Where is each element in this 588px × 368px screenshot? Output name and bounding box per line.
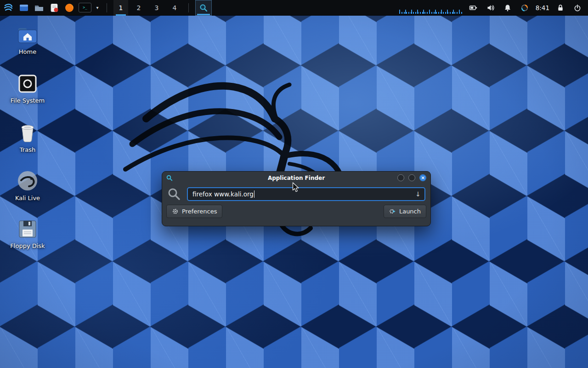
desktop-icon-home[interactable]: Home xyxy=(6,26,49,55)
text-editor-icon xyxy=(49,3,59,13)
preferences-button[interactable]: Preferences xyxy=(166,205,222,218)
desktop-icon-file-system[interactable]: File System xyxy=(6,74,49,104)
desktop-icon-floppy-disk[interactable]: Floppy Disk xyxy=(6,219,49,249)
minimize-button[interactable] xyxy=(397,174,404,181)
cpu-graph[interactable] xyxy=(399,8,463,14)
clock[interactable]: 8:41 xyxy=(536,1,549,14)
desktop-icon-label: Kali Live xyxy=(15,195,40,201)
text-editor-launcher[interactable] xyxy=(48,1,60,14)
trash-icon xyxy=(18,121,37,143)
desktop-icon-label: Trash xyxy=(20,146,35,153)
terminal-icon: >_ xyxy=(79,3,91,12)
workspace-button-4[interactable]: 4 xyxy=(167,0,182,16)
kali-live-icon xyxy=(17,170,38,191)
file-manager-launcher[interactable] xyxy=(18,1,30,14)
top-panel: >_ ▾ 1 2 3 4 xyxy=(0,0,588,16)
file-manager-icon xyxy=(19,3,29,13)
update-icon xyxy=(520,4,529,12)
home-icon xyxy=(17,26,38,45)
application-finder-window: Application Finder × firefox www.kali.or… xyxy=(162,171,431,226)
desktop-icon-label: Floppy Disk xyxy=(10,242,45,249)
workspace-label: 2 xyxy=(137,4,141,12)
close-icon: × xyxy=(421,175,425,180)
search-icon xyxy=(167,187,181,201)
workspace-button-1[interactable]: 1 xyxy=(113,0,128,16)
desktop-icon-kali-live[interactable]: Kali Live xyxy=(6,170,49,201)
gear-icon xyxy=(172,208,179,215)
desktop-icon-label: Home xyxy=(19,48,36,55)
search-input-text: firefox www.kali.org xyxy=(192,190,254,198)
screen-lock-button[interactable] xyxy=(554,1,566,14)
terminal-launcher[interactable]: >_ xyxy=(79,1,91,14)
folder-launcher[interactable] xyxy=(33,1,45,14)
taskbar-item-application-finder[interactable] xyxy=(195,0,212,16)
text-caret xyxy=(254,190,255,198)
battery-icon xyxy=(469,4,478,12)
notifications-indicator[interactable] xyxy=(502,1,514,14)
terminal-dropdown-button[interactable]: ▾ xyxy=(95,1,100,14)
panel-separator xyxy=(107,3,107,12)
volume-icon xyxy=(486,4,495,12)
applications-menu-button[interactable] xyxy=(3,1,15,14)
titlebar[interactable]: Application Finder × xyxy=(162,172,430,184)
firefox-launcher[interactable] xyxy=(63,1,75,14)
desktop-icon-trash[interactable]: Trash xyxy=(6,121,49,153)
chevron-down-icon: ▾ xyxy=(96,6,98,10)
dropdown-arrow-icon[interactable]: ↓ xyxy=(415,190,421,198)
logout-button[interactable] xyxy=(571,1,583,14)
bell-icon xyxy=(503,4,512,12)
terminal-prompt-glyph: >_ xyxy=(83,6,87,10)
close-button[interactable]: × xyxy=(419,174,426,181)
clock-text: 8:41 xyxy=(536,4,549,12)
window-icon-search xyxy=(166,175,173,181)
updates-indicator[interactable] xyxy=(519,1,531,14)
desktop: >_ ▾ 1 2 3 4 xyxy=(0,0,588,368)
battery-indicator[interactable] xyxy=(468,1,480,14)
kali-logo-icon xyxy=(3,3,14,13)
launch-button[interactable]: Launch xyxy=(384,205,426,218)
volume-control[interactable] xyxy=(485,1,497,14)
workspace-button-2[interactable]: 2 xyxy=(131,0,146,16)
workspace-label: 4 xyxy=(173,4,177,12)
search-input[interactable]: firefox www.kali.org ↓ xyxy=(187,187,425,201)
workspace-button-3[interactable]: 3 xyxy=(149,0,164,16)
window-controls: × xyxy=(397,174,426,181)
firefox-icon xyxy=(64,3,74,13)
folder-icon xyxy=(34,3,44,13)
maximize-button[interactable] xyxy=(408,174,415,181)
power-icon xyxy=(573,4,582,12)
launch-label: Launch xyxy=(399,208,421,215)
finder-buttons-row: Preferences Launch xyxy=(162,203,430,218)
preferences-label: Preferences xyxy=(182,208,217,215)
floppy-disk-icon xyxy=(17,219,38,239)
finder-body: firefox www.kali.org ↓ xyxy=(162,184,430,203)
launch-icon xyxy=(389,208,396,215)
search-icon xyxy=(199,4,208,12)
cpu-graph-bars-short xyxy=(399,12,463,14)
file-system-icon xyxy=(17,74,38,94)
panel-separator xyxy=(188,3,189,12)
lock-icon xyxy=(556,4,565,12)
workspace-label: 3 xyxy=(155,4,159,12)
workspace-label: 1 xyxy=(119,4,123,12)
window-title: Application Finder xyxy=(162,175,430,181)
desktop-icon-label: File System xyxy=(11,97,45,104)
